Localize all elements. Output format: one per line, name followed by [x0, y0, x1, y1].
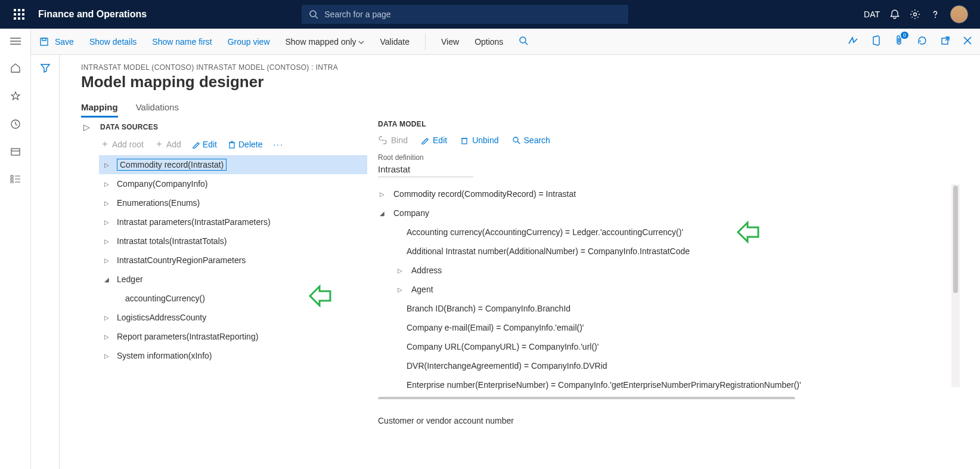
- svg-point-29: [513, 137, 518, 142]
- tab-validations[interactable]: Validations: [136, 102, 179, 118]
- add-button[interactable]: ＋Add: [154, 138, 181, 150]
- ds-heading: DATA SOURCES: [100, 123, 158, 131]
- waffle-icon[interactable]: [5, 9, 33, 20]
- svg-line-19: [525, 42, 528, 45]
- svg-rect-8: [11, 149, 20, 155]
- modules-icon[interactable]: [10, 175, 21, 185]
- dm-node-url[interactable]: Company URL(CompanyURL) = CompanyInfo.'u…: [407, 337, 962, 356]
- bell-icon[interactable]: [889, 9, 900, 20]
- bind-button[interactable]: Bind: [378, 135, 408, 145]
- group-view-button[interactable]: Group view: [228, 37, 270, 47]
- dm-heading: DATA MODEL: [378, 120, 962, 128]
- svg-point-3: [935, 17, 936, 18]
- show-mapped-dropdown[interactable]: Show mapped only: [286, 37, 365, 47]
- page-title: Model mapping designer: [81, 73, 980, 91]
- dm-node-ent[interactable]: Enterprise number(EnterpriseNumber) = Co…: [407, 375, 962, 394]
- svg-rect-17: [42, 38, 46, 41]
- dm-node-commodity[interactable]: ▷Commodity record(CommodityRecord) = Int…: [378, 184, 962, 203]
- avatar[interactable]: [950, 5, 968, 23]
- save-button[interactable]: Save: [39, 37, 74, 47]
- search-placeholder: Search for a page: [324, 10, 390, 19]
- filter-column: [31, 55, 60, 469]
- ds-node-ledger-child[interactable]: accountingCurrency(): [99, 289, 367, 308]
- popout-icon[interactable]: [941, 36, 950, 47]
- ds-node-logistics[interactable]: ▷LogisticsAddressCounty: [99, 308, 367, 327]
- view-menu[interactable]: View: [441, 37, 459, 47]
- root-def-value[interactable]: Intrastat: [378, 164, 473, 177]
- unbind-button[interactable]: Unbind: [460, 135, 498, 145]
- ds-node-country[interactable]: ▷IntrastatCountryRegionParameters: [99, 251, 367, 270]
- flow-icon[interactable]: [848, 36, 858, 47]
- gear-icon[interactable]: [910, 9, 920, 20]
- svg-rect-11: [11, 178, 13, 180]
- footnote: Customer or vendor account number: [378, 416, 962, 425]
- ds-node-params[interactable]: ▷Intrastat parameters(IntrastatParameter…: [99, 212, 367, 232]
- attachments-icon[interactable]: 0: [894, 35, 904, 48]
- dm-edit-button[interactable]: Edit: [421, 135, 447, 145]
- breadcrumb: INTRASTAT MODEL (CONTOSO) INTRASTAT MODE…: [81, 63, 980, 72]
- svg-point-2: [914, 13, 917, 16]
- dm-node-email[interactable]: Company e-mail(Email) = CompanyInfo.'ema…: [407, 318, 962, 337]
- search-action-icon[interactable]: [519, 36, 528, 47]
- global-search[interactable]: Search for a page: [302, 5, 628, 24]
- add-root-button[interactable]: ＋Add root: [100, 138, 144, 150]
- filter-icon[interactable]: [40, 63, 51, 469]
- ds-node-enums[interactable]: ▷Enumerations(Enums): [99, 193, 367, 212]
- more-icon[interactable]: ···: [273, 140, 284, 149]
- options-menu[interactable]: Options: [475, 37, 503, 47]
- v-scrollbar[interactable]: [951, 184, 960, 387]
- svg-rect-10: [11, 175, 13, 177]
- top-bar: Finance and Operations Search for a page…: [0, 0, 980, 29]
- show-details-button[interactable]: Show details: [89, 37, 137, 47]
- svg-point-0: [310, 11, 316, 17]
- ds-node-report[interactable]: ▷Report parameters(IntrastatReporting): [99, 327, 367, 346]
- delete-button[interactable]: Delete: [228, 140, 262, 149]
- search-icon: [309, 10, 318, 19]
- ds-node-ledger[interactable]: ◢Ledger: [99, 270, 367, 289]
- hamburger-icon[interactable]: [10, 37, 21, 47]
- history-icon[interactable]: [10, 119, 21, 131]
- home-icon[interactable]: [10, 63, 21, 75]
- svg-rect-23: [230, 143, 234, 148]
- left-nav-rail: [0, 29, 31, 469]
- validate-button[interactable]: Validate: [380, 37, 410, 47]
- svg-point-18: [520, 37, 526, 43]
- svg-line-30: [517, 141, 520, 144]
- ds-node-company[interactable]: ▷Company(CompanyInfo): [99, 174, 367, 193]
- dm-node-branch[interactable]: Branch ID(Branch) = CompanyInfo.BranchId: [407, 299, 962, 318]
- svg-rect-16: [41, 38, 48, 45]
- refresh-icon[interactable]: [917, 35, 928, 48]
- dm-node-addintra[interactable]: Additional Intrastat number(AdditionalNu…: [407, 242, 962, 261]
- dm-node-company[interactable]: ◢Company: [378, 203, 962, 223]
- ds-collapse-icon[interactable]: ▷: [81, 122, 92, 132]
- ds-node-commodity[interactable]: ▷Commodity record(Intrastat): [99, 155, 367, 174]
- dm-node-address[interactable]: ▷Address: [396, 261, 962, 280]
- svg-line-1: [315, 16, 318, 18]
- dm-node-dvr[interactable]: DVR(InterchangeAgreementId) = CompanyInf…: [407, 356, 962, 375]
- ds-node-sysinfo[interactable]: ▷System information(xInfo): [99, 346, 367, 365]
- dm-node-acctcur[interactable]: Accounting currency(AccountingCurrency) …: [407, 223, 962, 242]
- help-icon[interactable]: [930, 9, 941, 20]
- ds-node-totals[interactable]: ▷Intrastat totals(IntrastatTotals): [99, 232, 367, 251]
- close-icon[interactable]: [963, 36, 972, 47]
- root-def-label: Root definition: [378, 153, 962, 162]
- action-bar: Save Show details Show name first Group …: [31, 29, 980, 55]
- workspace-icon[interactable]: [10, 147, 21, 159]
- star-icon[interactable]: [10, 91, 21, 103]
- edit-button[interactable]: Edit: [192, 140, 217, 149]
- dm-node-agent[interactable]: ▷Agent: [396, 280, 962, 299]
- show-name-first-button[interactable]: Show name first: [152, 37, 212, 47]
- svg-rect-12: [11, 181, 13, 183]
- office-icon[interactable]: [872, 35, 881, 48]
- company-picker[interactable]: DAT: [864, 10, 880, 19]
- app-title: Finance and Operations: [38, 9, 147, 20]
- tab-mapping[interactable]: Mapping: [81, 102, 118, 118]
- h-scrollbar[interactable]: [378, 397, 795, 399]
- dm-search-button[interactable]: Search: [512, 135, 550, 145]
- svg-rect-27: [462, 138, 467, 144]
